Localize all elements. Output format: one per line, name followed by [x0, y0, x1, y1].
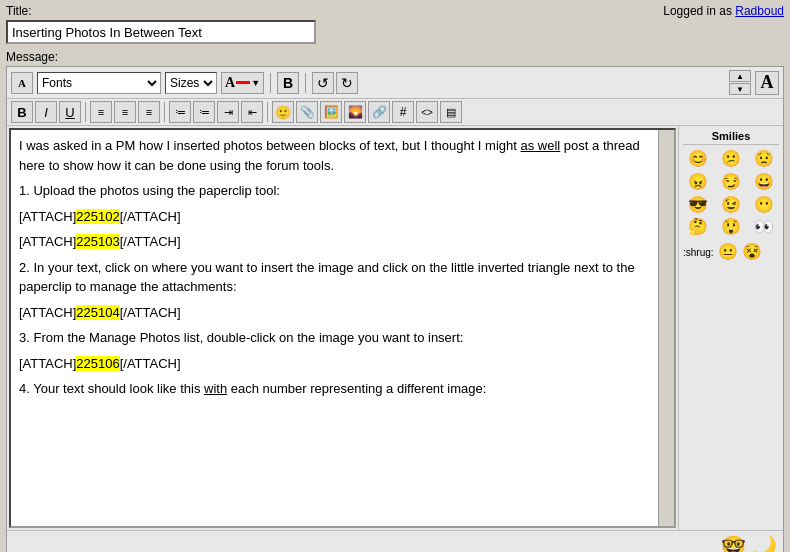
toolbar-row1: A Fonts Arial Times New Roman Courier Ne…	[7, 67, 783, 99]
shrug-label: :shrug:	[683, 247, 714, 258]
title-section: Title:	[6, 4, 316, 44]
scroll-down-btn[interactable]: ▼	[729, 83, 751, 95]
title-label: Title:	[6, 4, 316, 18]
smiley-1[interactable]: 😊	[683, 149, 714, 170]
smiley-6[interactable]: 😀	[748, 172, 779, 193]
editor-body: I was asked in a PM how I inserted photo…	[7, 126, 783, 530]
tb-sep5	[267, 102, 268, 122]
align-center-btn[interactable]: ≡	[114, 101, 136, 123]
list-ordered-btn[interactable]: ≔	[193, 101, 215, 123]
step3: 3. From the Manage Photos list, double-c…	[19, 328, 666, 348]
big-a-btn[interactable]: A	[755, 71, 779, 95]
color-dropdown-icon[interactable]: ▼	[251, 78, 260, 88]
image-btn[interactable]: 🌄	[344, 101, 366, 123]
list-unordered-btn[interactable]: ≔	[169, 101, 191, 123]
bold-button[interactable]: B	[11, 101, 33, 123]
wysiwyg-icon: A	[18, 77, 26, 89]
redo-button[interactable]: ↻	[336, 72, 358, 94]
editor-outer: A Fonts Arial Times New Roman Courier Ne…	[6, 66, 784, 552]
bottom-bar: 🤓 🌙	[7, 530, 783, 552]
code-btn[interactable]: <>	[416, 101, 438, 123]
align-right-btn[interactable]: ≡	[138, 101, 160, 123]
smiley-12[interactable]: 👀	[748, 217, 779, 238]
text-area-wrapper[interactable]: I was asked in a PM how I inserted photo…	[9, 128, 676, 528]
top-bar: Title: Logged in as Radboud	[0, 0, 790, 46]
logged-in-text: Logged in as	[663, 4, 732, 18]
bold-b-icon: B	[283, 75, 293, 91]
tb-sep4	[164, 102, 165, 122]
photo-btn[interactable]: 🖼️	[320, 101, 342, 123]
username-link[interactable]: Radboud	[735, 4, 784, 18]
smiley-7[interactable]: 😎	[683, 195, 714, 216]
smilies-panel: Smilies 😊 😕 😟 😠 😏 😀 😎 😉 😶 🤔 😲 👀 :shrug: …	[678, 126, 783, 530]
wysiwyg-toggle-button[interactable]: A	[11, 72, 33, 94]
smiley-10[interactable]: 🤔	[683, 217, 714, 238]
undo-button[interactable]: ↺	[312, 72, 334, 94]
outdent-btn[interactable]: ⇤	[241, 101, 263, 123]
scroll-up-btn[interactable]: ▲	[729, 70, 751, 82]
paragraph1: I was asked in a PM how I inserted photo…	[19, 136, 666, 175]
big-a-icon: A	[761, 72, 774, 93]
text-content: I was asked in a PM how I inserted photo…	[11, 130, 674, 411]
title-input[interactable]	[6, 20, 316, 44]
italic-button[interactable]: I	[35, 101, 57, 123]
link-btn[interactable]: 🔗	[368, 101, 390, 123]
attach2-line: [ATTACH]225103[/ATTACH]	[19, 232, 666, 252]
smiley-5[interactable]: 😏	[716, 172, 747, 193]
step2: 2. In your text, click on where you want…	[19, 258, 666, 297]
message-label: Message:	[0, 46, 790, 66]
scrollbar-area[interactable]	[658, 130, 674, 526]
toolbar-row2: B I U ≡ ≡ ≡ ≔ ≔ ⇥ ⇤ 🙂 📎 🖼️ 🌄 🔗 # <> ▤	[7, 99, 783, 126]
shrug-icon2[interactable]: 😵	[742, 242, 762, 263]
shrug-icon1[interactable]: 😐	[718, 242, 738, 263]
smiley-9[interactable]: 😶	[748, 195, 779, 216]
logged-in-section: Logged in as Radboud	[663, 4, 784, 18]
smiley-3[interactable]: 😟	[748, 149, 779, 170]
bold-dropdown-btn[interactable]: B	[277, 72, 299, 94]
media-btn[interactable]: 📎	[296, 101, 318, 123]
tb-sep3	[85, 102, 86, 122]
tb-sep2	[305, 73, 306, 93]
smiley-8[interactable]: 😉	[716, 195, 747, 216]
align-left-btn[interactable]: ≡	[90, 101, 112, 123]
smilies-title: Smilies	[683, 130, 779, 145]
smiley-4[interactable]: 😠	[683, 172, 714, 193]
extra-btn[interactable]: ▤	[440, 101, 462, 123]
indent-btn[interactable]: ⇥	[217, 101, 239, 123]
smiley-2[interactable]: 😕	[716, 149, 747, 170]
hash-btn[interactable]: #	[392, 101, 414, 123]
scroll-controls: ▲ ▼	[729, 70, 751, 95]
moon-icon[interactable]: 🌙	[752, 534, 777, 552]
bottom-icons: 🤓 🌙	[721, 534, 777, 552]
smiley-11[interactable]: 😲	[716, 217, 747, 238]
attach3-line: [ATTACH]225104[/ATTACH]	[19, 303, 666, 323]
step1: 1. Upload the photos using the paperclip…	[19, 181, 666, 201]
shrug-row: :shrug: 😐 😵	[683, 242, 779, 263]
size-select[interactable]: Sizes 1234567	[165, 72, 217, 94]
a-color-icon: A	[225, 75, 235, 91]
underline-button[interactable]: U	[59, 101, 81, 123]
smilies-grid: 😊 😕 😟 😠 😏 😀 😎 😉 😶 🤔 😲 👀	[683, 149, 779, 238]
color-underline	[236, 81, 250, 84]
smiley-btn[interactable]: 🙂	[272, 101, 294, 123]
font-select[interactable]: Fonts Arial Times New Roman Courier New …	[37, 72, 161, 94]
attach4-line: [ATTACH]225106[/ATTACH]	[19, 354, 666, 374]
step4: 4. Your text should look like this with …	[19, 379, 666, 399]
undo-redo: ↺ ↻	[312, 72, 358, 94]
attach1-line: [ATTACH]225102[/ATTACH]	[19, 207, 666, 227]
tb-sep1	[270, 73, 271, 93]
font-color-btn[interactable]: A ▼	[221, 72, 264, 94]
nerd-icon[interactable]: 🤓	[721, 534, 746, 552]
